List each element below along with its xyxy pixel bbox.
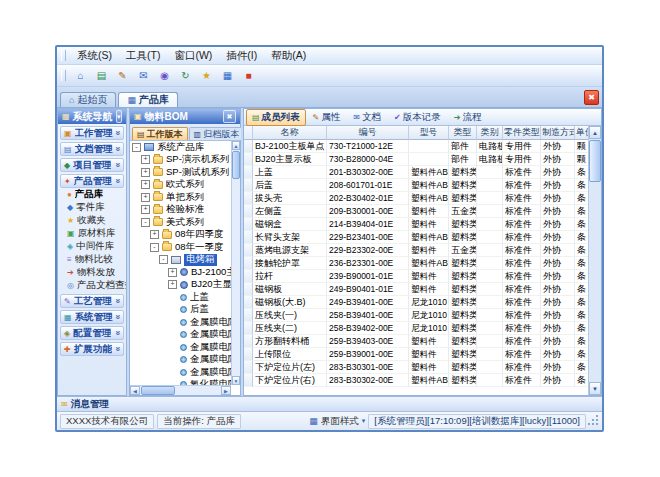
tree-expander[interactable]: + [141,193,150,202]
table-row[interactable]: 方形翻转料桶 259-B39403-00E 塑料件 塑料类 标准件 外协 条 [244,335,588,348]
menu-item[interactable]: 工具(T) [119,48,167,64]
nav-entry[interactable]: ≡ 物料比较 » [58,253,126,266]
tree-expander[interactable] [168,368,177,377]
toolbar-button[interactable]: ★ [197,66,216,85]
tree-node[interactable]: + 单把系列 [130,191,231,204]
tree-node[interactable]: + SP-测试机系列 [130,166,231,179]
detail-tab[interactable]: ✎ 属性 [307,109,347,126]
column-header-unit[interactable]: 单位 [575,126,588,140]
nav-entry[interactable]: ● 产品库 » [58,188,126,201]
tree-node[interactable]: + 08年四季度 [130,229,231,242]
tree-expander[interactable] [168,330,177,339]
table-row[interactable]: 磁钢盒 214-B39404-01E 塑料件 塑料类 标准件 外协 条 [244,218,588,231]
tree-node[interactable]: 金属膜电阻器 [130,354,231,367]
version-tab[interactable]: ▥ 归档版本 [189,127,245,140]
tree-expander[interactable] [168,355,177,364]
tree-expander[interactable]: - [159,255,168,264]
scroll-down-icon[interactable]: ▼ [232,376,240,385]
toolbar-grip[interactable] [61,70,66,81]
resize-grip[interactable] [589,416,599,426]
tree-horizontal-scrollbar[interactable]: ◀ ▶ [130,385,231,395]
table-row[interactable]: 上传限位 259-B39001-00E 塑料件 塑料类 标准件 外协 条 [244,348,588,361]
version-tab[interactable]: ▤ 工作版本 [132,127,188,140]
tree-expander[interactable]: + [141,168,150,177]
table-row[interactable]: 拔头壳 202-B30402-01E 塑料件ABS 塑料类 标准件 外协 条 [244,192,588,205]
tree-node[interactable]: + SP-演示机系列 [130,154,231,167]
nav-entry[interactable]: ▦ 系统管理 » [60,310,124,324]
menu-item[interactable]: 窗口(W) [167,48,219,64]
nav-entry[interactable]: ◆ 项目管理 » [60,158,124,172]
tree-node[interactable]: - 美式系列 [130,216,231,229]
toolbar-button[interactable]: ↻ [176,66,195,85]
page-tab[interactable]: ▦ 产品库 [118,92,178,107]
nav-entry[interactable]: ◈ 配置管理 » [60,326,124,340]
close-tab-button[interactable]: ✖ [584,90,599,105]
tree-node[interactable]: + 检验标准 [130,204,231,217]
table-row[interactable]: 上盖 201-B30302-00E 塑料件ABS 塑料类 标准件 外协 条 [244,166,588,179]
menu-item[interactable]: 帮助(A) [264,48,313,64]
table-row[interactable]: 接触轮护罩 236-B23301-00E 塑料件ABS 塑料类 标准件 外协 条 [244,257,588,270]
column-header-parttype[interactable]: 零件类型 [503,126,541,140]
tree-expander[interactable]: + [141,155,150,164]
tree-expander[interactable]: - [132,143,141,152]
tree-node[interactable]: 金属膜电阻器 [130,341,231,354]
tree-node[interactable]: - 系统产品库 [130,141,231,154]
bom-close-button[interactable]: ✖ [223,110,236,123]
nav-entry[interactable]: ◎ 产品文档查找 » [58,279,126,292]
tree-node[interactable]: - 08年一季度 [130,241,231,254]
column-header-code[interactable]: 编号 [327,126,409,140]
tree-node[interactable]: 金属膜电阻器 [130,316,231,329]
ui-style-dropdown-icon[interactable]: ▾ [362,417,366,425]
nav-entry[interactable]: ✚ 扩展功能 » [60,342,124,356]
tree-node[interactable]: 后盖 [130,304,231,317]
table-vertical-scrollbar[interactable]: ▲ ▼ [588,126,601,395]
tree-expander[interactable]: - [150,243,159,252]
menu-item[interactable]: 系统(S) [70,48,119,64]
nav-entry[interactable]: ✦ 产品管理 » [60,174,124,188]
nav-entry[interactable]: ★ 收藏夹 » [58,214,126,227]
scroll-left-icon[interactable]: ◀ [130,386,140,395]
tree-vertical-scrollbar[interactable]: ▲ ▼ [231,141,240,385]
tree-node[interactable]: + BJ20主显示板 [130,279,231,292]
detail-tab[interactable]: ✉ 文档 [347,109,387,126]
nav-entry[interactable]: ▣ 原材料库 » [58,227,126,240]
tree-node[interactable]: 金属膜电阻器 [130,366,231,379]
table-row[interactable]: 下炉定位片(右) 283-B30302-00E 塑料件ABS 塑料类 标准件 外… [244,374,588,387]
table-row[interactable]: 压线夹(二) 258-B39402-00E 尼龙1010 塑料类 标准件 外协 … [244,322,588,335]
table-scroll-up-icon[interactable]: ▲ [589,126,601,139]
scroll-up-icon[interactable]: ▲ [232,141,240,150]
ui-style-selector[interactable]: 界面样式 [321,415,359,428]
tree-expander[interactable]: + [168,268,177,277]
nav-panel-menu-button[interactable]: ▾ [116,110,122,123]
toolbar-button[interactable]: ✎ [113,66,132,85]
tree-expander[interactable]: - [141,218,150,227]
tree-node[interactable]: + 欧式系列 [130,179,231,192]
column-header-mfg[interactable]: 制造方式 [541,126,575,140]
table-scroll-thumb[interactable] [589,140,601,182]
column-header-type[interactable]: 类型 [449,126,477,140]
tree-expander[interactable] [168,318,177,327]
tree-node[interactable]: - 电烤箱 [130,254,231,267]
tree-expander[interactable]: + [141,205,150,214]
column-header-category[interactable]: 类别 [477,126,503,140]
column-header-name[interactable]: 名称 [253,126,327,140]
table-row[interactable]: 长臂头支架 229-B23401-00E 塑料件ABS 塑料类 标准件 外协 条 [244,231,588,244]
tree-expander[interactable]: + [141,180,150,189]
menu-grip[interactable] [61,50,66,61]
page-tab[interactable]: ⌂ 起始页 [60,92,116,107]
table-row[interactable]: 拉杆 239-B90001-01E 塑料件 塑料类 标准件 外协 条 [244,270,588,283]
tree-node[interactable]: 金属膜电阻器 [130,329,231,342]
table-row[interactable]: 下炉定位片(左) 283-B30301-00E 塑料件 塑料类 标准件 外协 条 [244,361,588,374]
tree-expander[interactable]: + [150,230,159,239]
nav-entry[interactable]: ➔ 物料发放 » [58,266,126,279]
tree-node[interactable]: + BJ-2100主板单点 [130,266,231,279]
tree-expander[interactable] [168,343,177,352]
tree-hscroll-thumb[interactable] [141,386,175,395]
table-row[interactable]: 后盖 208-601701-01E 塑料件ABS 塑料类 标准件 外协 条 [244,179,588,192]
tree-node[interactable]: 上盖 [130,291,231,304]
table-row[interactable]: 磁钢板 249-B90401-01E 塑料件 塑料类 标准件 外协 条 [244,283,588,296]
tree-scroll-thumb[interactable] [232,151,240,179]
nav-entry[interactable]: ✎ 工艺管理 » [60,294,124,308]
message-manager-bar[interactable]: ✉ 消息管理 [57,396,602,411]
detail-tab[interactable]: ✔ 版本记录 [388,109,447,126]
